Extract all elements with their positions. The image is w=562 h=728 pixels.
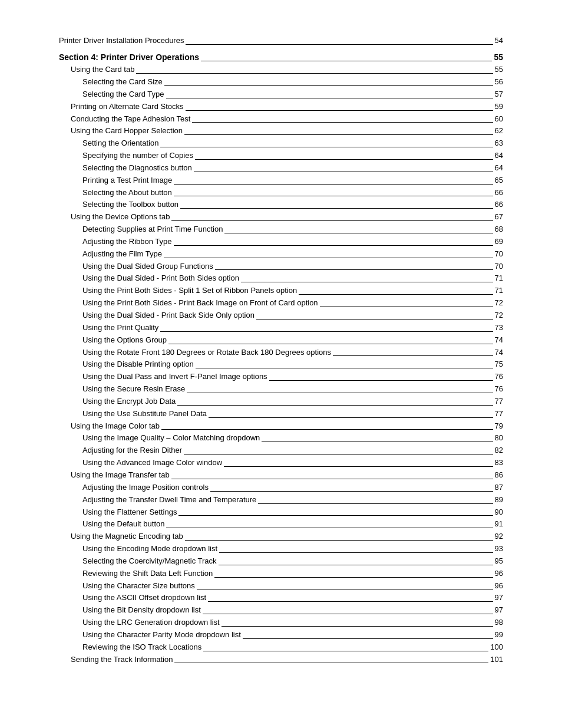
toc-page-number: 67 [495, 212, 503, 223]
toc-dots [186, 110, 493, 111]
toc-label: Adjusting the Image Position controls [82, 482, 209, 493]
toc-entry: Using the Character Parity Mode dropdown… [59, 630, 503, 641]
toc-dots [168, 344, 492, 344]
toc-dots [224, 466, 493, 467]
toc-dots [192, 122, 492, 123]
toc-entry: Printing a Test Print Image65 [59, 175, 503, 186]
toc-label: Selecting the Toolbox button [82, 199, 178, 210]
toc-dots [194, 172, 493, 172]
toc-page-number: 69 [495, 236, 503, 248]
toc-dots [166, 98, 493, 98]
toc-page-number: 57 [495, 89, 503, 100]
toc-page-number: 90 [495, 507, 503, 518]
toc-label: Selecting the About button [82, 187, 172, 199]
toc-dots [299, 294, 492, 295]
toc-dots [171, 220, 492, 221]
toc-page-number: 76 [495, 384, 503, 395]
toc-page-number: 74 [495, 347, 503, 358]
toc-dots [219, 552, 492, 553]
toc-entry: Using the Card Hopper Selection62 [59, 126, 503, 137]
toc-label: Using the Dual Pass and Invert F-Panel I… [82, 371, 267, 383]
toc-entry: Adjusting the Transfer Dwell Time and Te… [59, 495, 503, 506]
toc-dots [174, 245, 493, 246]
toc-entry: Using the Magnetic Encoding tab92 [59, 531, 503, 542]
toc-page-number: 55 [495, 64, 503, 75]
toc-dots [203, 651, 488, 651]
toc-page-number: 86 [495, 470, 503, 481]
toc-page-number: 92 [495, 531, 503, 542]
toc-label: Reviewing the Shift Data Left Function [82, 568, 213, 579]
toc-page-number: 93 [495, 543, 503, 555]
toc-page-number: 91 [495, 519, 503, 530]
toc-label: Using the Default button [82, 519, 164, 530]
toc-page-number: 70 [495, 249, 503, 260]
toc-label: Using the Flattener Settings [82, 507, 177, 518]
toc-entry: Using the Dual Sided Group Functions70 [59, 261, 503, 272]
toc-dots [224, 233, 492, 233]
toc-entry: Using the Flattener Settings90 [59, 507, 503, 518]
toc-entry: Selecting the Coercivity/Magnetic Track9… [59, 556, 503, 567]
toc-page-number: 101 [490, 654, 503, 666]
toc-dots [184, 454, 492, 454]
toc-label: Selecting the Diagnostics button [82, 163, 192, 174]
toc-label: Selecting the Card Type [82, 89, 164, 100]
toc-page-number: 70 [495, 261, 503, 272]
toc-dots [201, 61, 492, 61]
toc-entry: Reviewing the ISO Track Locations100 [59, 642, 503, 653]
toc-label: Using the Image Color tab [71, 421, 160, 432]
toc-dots [197, 589, 493, 589]
toc-page-number: 72 [495, 310, 503, 321]
toc-page-number: 60 [495, 114, 503, 125]
toc-page-number: 54 [495, 35, 503, 47]
toc-entry: Selecting the About button66 [59, 187, 503, 199]
toc-label: Using the Card Hopper Selection [71, 126, 183, 137]
toc-label: Adjusting for the Resin Dither [82, 445, 182, 456]
toc-dots [174, 196, 493, 196]
toc-entry: Using the Rotate Front 180 Degrees or Ro… [59, 347, 503, 358]
toc-label: Adjusting the Transfer Dwell Time and Te… [82, 495, 256, 506]
toc-page-number: 72 [495, 298, 503, 309]
toc-entry: Using the Device Options tab67 [59, 212, 503, 223]
toc-dots [214, 577, 492, 578]
toc-entry: Using the Default button91 [59, 519, 503, 530]
toc-dots [184, 134, 492, 135]
toc-entry: Reviewing the Shift Data Left Function96 [59, 568, 503, 579]
toc-label: Using the Image Transfer tab [71, 470, 170, 481]
toc-page-number: 76 [495, 371, 503, 383]
toc-page-number: 82 [495, 445, 503, 456]
toc-page-number: 74 [495, 335, 503, 346]
toc-page-number: 97 [495, 592, 503, 604]
toc-dots [196, 368, 493, 368]
toc-entry: Conducting the Tape Adhesion Test60 [59, 114, 503, 125]
toc-entry: Selecting the Toolbox button66 [59, 199, 503, 210]
toc-dots [203, 614, 493, 614]
toc-page-number: 65 [495, 175, 503, 186]
toc-entry: Using the Secure Resin Erase76 [59, 384, 503, 395]
toc-page-number: 95 [495, 556, 503, 567]
toc-label: Sending the Track Information [71, 654, 173, 666]
toc-page-number: 96 [495, 581, 503, 592]
toc-label: Selecting the Coercivity/Magnetic Track [82, 556, 217, 567]
toc-label: Setting the Orientation [82, 138, 158, 149]
toc-dots [256, 319, 493, 319]
toc-entry: Adjusting the Film Type70 [59, 249, 503, 260]
toc-page-number: 64 [495, 150, 503, 162]
toc-label: Using the ASCII Offset dropdown list [82, 592, 206, 604]
toc-page-number: 89 [495, 495, 503, 506]
toc-dots [262, 442, 492, 442]
toc-entry: Specifying the number of Copies64 [59, 150, 503, 162]
toc-label: Detecting Supplies at Print Time Functio… [82, 224, 223, 235]
toc-label: Adjusting the Ribbon Type [82, 236, 172, 248]
toc-page-number: 68 [495, 224, 503, 235]
toc-label: Printing a Test Print Image [82, 175, 172, 186]
toc-page-number: 62 [495, 126, 503, 137]
toc-page-number: 66 [495, 199, 503, 210]
toc-label: Using the Bit Density dropdown list [82, 605, 201, 616]
toc-dots [186, 44, 492, 45]
toc-entry: Sending the Track Information101 [59, 654, 503, 666]
toc-label: Using the Rotate Front 180 Degrees or Ro… [82, 347, 331, 358]
toc-page-number: 87 [495, 482, 503, 493]
toc-dots [208, 601, 493, 602]
toc-label: Using the Print Both Sides - Print Back … [82, 298, 318, 309]
toc-label: Printer Driver Installation Procedures [59, 35, 184, 47]
